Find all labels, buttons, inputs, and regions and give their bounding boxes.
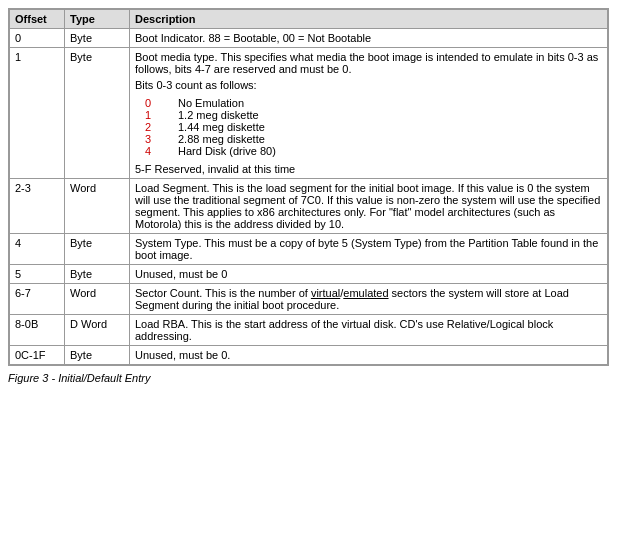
list-label: 1.44 meg diskette xyxy=(178,121,265,133)
list-num: 4 xyxy=(145,145,163,157)
header-description: Description xyxy=(130,10,608,29)
table-row: 0C-1F Byte Unused, must be 0. xyxy=(10,346,608,365)
cell-type: Word xyxy=(65,284,130,315)
list-label: Hard Disk (drive 80) xyxy=(178,145,276,157)
list-label: No Emulation xyxy=(178,97,244,109)
list-item: 4 Hard Disk (drive 80) xyxy=(145,145,602,157)
list-num: 3 xyxy=(145,133,163,145)
cell-offset: 4 xyxy=(10,234,65,265)
cell-offset: 6-7 xyxy=(10,284,65,315)
cell-type: D Word xyxy=(65,315,130,346)
cell-type: Byte xyxy=(65,346,130,365)
header-type: Type xyxy=(65,10,130,29)
data-table: Offset Type Description 0 Byte Boot Indi… xyxy=(9,9,608,365)
emulation-list: 0 No Emulation 1 1.2 meg diskette 2 1.44… xyxy=(145,97,602,157)
cell-desc: Boot media type. This specifies what med… xyxy=(130,48,608,179)
cell-offset: 8-0B xyxy=(10,315,65,346)
desc-intro: Boot media type. This specifies what med… xyxy=(135,51,602,75)
header-offset: Offset xyxy=(10,10,65,29)
figure-caption: Figure 3 - Initial/Default Entry xyxy=(8,372,609,384)
cell-desc: Load Segment. This is the load segment f… xyxy=(130,179,608,234)
cell-type: Word xyxy=(65,179,130,234)
list-num: 0 xyxy=(145,97,163,109)
cell-desc: Unused, must be 0. xyxy=(130,346,608,365)
list-item: 3 2.88 meg diskette xyxy=(145,133,602,145)
list-label: 2.88 meg diskette xyxy=(178,133,265,145)
cell-offset: 1 xyxy=(10,48,65,179)
cell-type: Byte xyxy=(65,265,130,284)
main-table-container: Offset Type Description 0 Byte Boot Indi… xyxy=(8,8,609,366)
cell-offset: 0C-1F xyxy=(10,346,65,365)
cell-type: Byte xyxy=(65,234,130,265)
cell-desc: Load RBA. This is the start address of t… xyxy=(130,315,608,346)
underline-virtual: virtual xyxy=(311,287,340,299)
table-header-row: Offset Type Description xyxy=(10,10,608,29)
cell-type: Byte xyxy=(65,29,130,48)
list-num: 1 xyxy=(145,109,163,121)
table-row: 6-7 Word Sector Count. This is the numbe… xyxy=(10,284,608,315)
list-item: 1 1.2 meg diskette xyxy=(145,109,602,121)
cell-type: Byte xyxy=(65,48,130,179)
table-row: 4 Byte System Type. This must be a copy … xyxy=(10,234,608,265)
cell-desc: System Type. This must be a copy of byte… xyxy=(130,234,608,265)
bits-intro: Bits 0-3 count as follows: xyxy=(135,79,602,91)
table-row: 2-3 Word Load Segment. This is the load … xyxy=(10,179,608,234)
cell-desc: Sector Count. This is the number of virt… xyxy=(130,284,608,315)
cell-desc: Unused, must be 0 xyxy=(130,265,608,284)
table-row: 5 Byte Unused, must be 0 xyxy=(10,265,608,284)
list-item: 0 No Emulation xyxy=(145,97,602,109)
table-row: 1 Byte Boot media type. This specifies w… xyxy=(10,48,608,179)
table-row: 0 Byte Boot Indicator. 88 = Bootable, 00… xyxy=(10,29,608,48)
list-item: 2 1.44 meg diskette xyxy=(145,121,602,133)
underline-emulated: emulated xyxy=(343,287,388,299)
table-row: 8-0B D Word Load RBA. This is the start … xyxy=(10,315,608,346)
list-num: 2 xyxy=(145,121,163,133)
reserved-text: 5-F Reserved, invalid at this time xyxy=(135,163,602,175)
cell-offset: 5 xyxy=(10,265,65,284)
list-label: 1.2 meg diskette xyxy=(178,109,259,121)
cell-offset: 2-3 xyxy=(10,179,65,234)
cell-offset: 0 xyxy=(10,29,65,48)
cell-desc: Boot Indicator. 88 = Bootable, 00 = Not … xyxy=(130,29,608,48)
